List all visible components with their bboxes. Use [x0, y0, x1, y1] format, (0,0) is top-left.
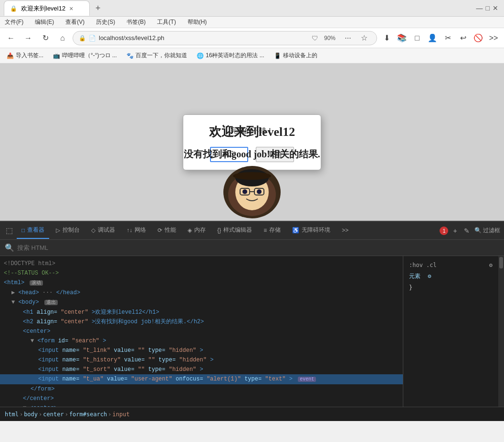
menu-view[interactable]: 查看(V)	[63, 17, 86, 27]
url-display[interactable]: localhost/xss/level12.ph	[99, 34, 309, 41]
menu-bar: 文件(F) 编辑(E) 查看(V) 历史(S) 书签(B) 工具(T) 帮助(H…	[0, 17, 504, 28]
zoom-level[interactable]: 90%	[321, 34, 338, 42]
bookmark-mobile[interactable]: 📱 移动设备上的	[271, 51, 320, 61]
profile-button[interactable]: 👤	[426, 31, 439, 45]
breadcrumb-form[interactable]: form#search	[69, 411, 107, 418]
bilibili-icon: 📺	[53, 52, 60, 59]
devtools-scrollbar[interactable]	[498, 256, 504, 407]
bookmark-english[interactable]: 🌐 16种英语时态的用法 ...	[194, 51, 267, 61]
home-button[interactable]: ⌂	[55, 31, 70, 45]
html-line-comment: <!--STATUS OK-->	[0, 268, 403, 278]
html-line-body: ▼ <body> 退出	[0, 298, 403, 308]
devtools-tab-network[interactable]: ↑↓ 网络	[122, 223, 151, 239]
refresh-button[interactable]: ↻	[38, 31, 52, 45]
english-icon: 🌐	[197, 52, 204, 59]
more-tools-button[interactable]: >>	[487, 31, 500, 45]
html-line-input-tsort: <input name= "t_sort" value= "" type= "h…	[0, 365, 403, 374]
baidu-icon: 🐾	[126, 52, 134, 59]
devtools-tab-accessibility[interactable]: ♿ 无障碍环境	[287, 223, 335, 239]
breadcrumb-input[interactable]: input	[113, 411, 130, 418]
breadcrumb-html[interactable]: html	[5, 411, 19, 418]
devtools-tab-memory[interactable]: ◈ 内存	[183, 223, 210, 239]
reader-view-button[interactable]: □	[410, 31, 424, 45]
devtools-toolbar: ⬚ □ 查看器 ▷ 控制台 ◇ 调试器 ↑↓ 网络 ⟳ 性能 ◈ 内存 {} 样…	[0, 222, 504, 240]
memory-icon: ◈	[188, 227, 192, 234]
bookmark-import[interactable]: 📥 导入书签...	[4, 51, 46, 61]
breadcrumb-body[interactable]: body	[24, 411, 38, 418]
event-badge: event	[298, 377, 316, 382]
html-panel: <!DOCTYPE html> <!--STATUS OK--> <html> …	[0, 256, 403, 407]
devtools-tab-more[interactable]: >>	[337, 223, 353, 239]
devtools-add-button[interactable]: +	[451, 225, 459, 236]
library-button[interactable]: 📚	[395, 31, 409, 45]
debugger-icon: ◇	[91, 227, 95, 234]
html-line-h2: <h2 align= "center" >没有找到和good job!相关的结果…	[0, 317, 403, 327]
devtools-pick-button[interactable]: ⬚	[4, 224, 15, 237]
html-line-center1-close: </center>	[0, 394, 403, 403]
tab-title: 欢迎来到level12	[21, 4, 65, 13]
menu-edit[interactable]: 编辑(E)	[33, 17, 56, 27]
block-icon[interactable]: 🚫	[472, 31, 485, 45]
body-arrow[interactable]: ▼	[11, 299, 15, 306]
breadcrumb-center[interactable]: center	[43, 411, 63, 418]
back-button[interactable]: ←	[4, 31, 18, 45]
devtools-pick-element-button[interactable]: ✎	[462, 225, 472, 236]
download-button[interactable]: ⬇	[380, 31, 393, 45]
head-arrow[interactable]: ▶	[11, 289, 15, 296]
html-line-input-tua[interactable]: <input name= "t_ua" value= "user-agent" …	[0, 374, 403, 384]
element-settings-icon[interactable]: ⚙	[428, 273, 431, 279]
bookmark-baidu[interactable]: 🐾 百度一下，你就知道	[124, 51, 190, 61]
devtools-tab-console[interactable]: ▷ 控制台	[51, 223, 84, 239]
bookmark-bilibili[interactable]: 📺 哔哩哔哩（°-°)つロ ...	[50, 51, 120, 61]
styles-rule: }	[407, 282, 494, 293]
style-editor-icon: {}	[217, 227, 221, 234]
menu-file[interactable]: 文件(F)	[3, 17, 25, 27]
security-icon: 🔒	[79, 35, 86, 41]
close-button[interactable]: ✕	[493, 4, 498, 12]
devtools-search-bar: 🔍	[0, 240, 504, 256]
devtools-panel: ⬚ □ 查看器 ▷ 控制台 ◇ 调试器 ↑↓ 网络 ⟳ 性能 ◈ 内存 {} 样…	[0, 221, 504, 421]
devtools-filter-label: 🔍 过滤框	[474, 226, 500, 235]
error-count-badge: 1	[440, 226, 448, 235]
minimize-button[interactable]: —	[476, 4, 483, 12]
avatar-image	[219, 164, 285, 221]
menu-tools[interactable]: 工具(T)	[155, 17, 178, 27]
address-bar[interactable]: 🔒 📄 localhost/xss/level12.ph 🛡 90% ··· ☆	[73, 31, 377, 45]
more-options-button[interactable]: ···	[341, 31, 355, 45]
devtools-tab-style-editor[interactable]: {} 样式编辑器	[212, 223, 257, 239]
active-tab[interactable]: 🔒 欢迎来到level12 ×	[4, 0, 90, 16]
menu-history[interactable]: 历史(S)	[94, 17, 117, 27]
bookmarks-bar: 📥 导入书签... 📺 哔哩哔哩（°-°)つロ ... 🐾 百度一下，你就知道 …	[0, 48, 504, 63]
html-line-input-thistory: <input name= "t_history" value= "" type=…	[0, 355, 403, 365]
url-icon: 📄	[89, 35, 96, 41]
screenshot-button[interactable]: ✂	[441, 31, 454, 45]
menu-help[interactable]: 帮助(H)	[186, 17, 209, 27]
devtools-tab-performance[interactable]: ⟳ 性能	[153, 223, 181, 239]
maximize-button[interactable]: □	[486, 4, 490, 12]
hover-filter-label: :hov .cl	[409, 262, 437, 268]
devtools-tab-storage[interactable]: ≡ 存储	[259, 223, 285, 239]
form-arrow[interactable]: ▼	[31, 338, 34, 344]
tab-close-button[interactable]: ×	[69, 5, 73, 12]
scrollbar-thumb[interactable]	[499, 257, 503, 268]
element-label: 元素 ⚙	[407, 270, 494, 282]
svg-point-6	[242, 189, 247, 194]
settings-icon[interactable]: ⚙	[489, 262, 493, 268]
inspector-icon: □	[21, 227, 25, 234]
navigation-bar: ← → ↻ ⌂ 🔒 📄 localhost/xss/level12.ph 🛡 9…	[0, 28, 504, 48]
styles-panel: :hov .cl ⚙ 元素 ⚙ }	[403, 256, 498, 407]
undo-button[interactable]: ↩	[456, 31, 470, 45]
svg-point-7	[257, 189, 262, 194]
html-line-doctype: <!DOCTYPE html>	[0, 259, 403, 268]
forward-button[interactable]: →	[21, 31, 35, 45]
devtools-tab-debugger[interactable]: ◇ 调试器	[86, 223, 120, 239]
menu-bookmarks[interactable]: 书签(B)	[125, 17, 147, 27]
title-bar: 🔒 欢迎来到level12 × + — □ ✕	[0, 0, 504, 17]
bookmark-star-button[interactable]: ☆	[357, 31, 371, 45]
devtools-search-input[interactable]	[17, 244, 499, 251]
html-line-head: ▶ <head> ··· </head>	[0, 288, 403, 298]
devtools-tab-inspector[interactable]: □ 查看器	[17, 223, 49, 239]
new-tab-button[interactable]: +	[95, 0, 101, 16]
page-subheading: 没有找到和good job!相关的结果.	[184, 148, 320, 161]
storage-icon: ≡	[263, 227, 267, 234]
